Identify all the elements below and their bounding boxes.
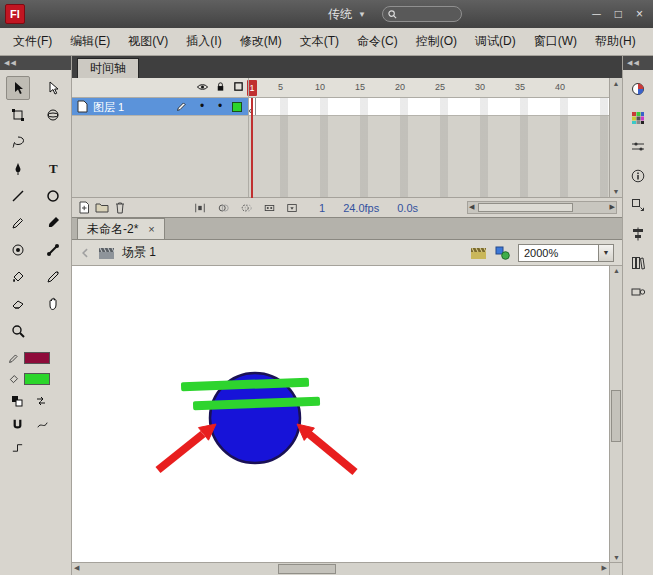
pencil-tool[interactable] — [6, 211, 30, 235]
lock-column-icon[interactable] — [212, 81, 228, 95]
transform-panel-button[interactable] — [627, 195, 649, 215]
eyedropper-tool[interactable] — [41, 265, 65, 289]
delete-layer-button[interactable] — [111, 200, 129, 216]
tools-collapse-bar[interactable]: ◀◀ — [0, 56, 71, 70]
scroll-down-icon[interactable]: ▼ — [613, 188, 620, 195]
edit-multiple-frames-button[interactable] — [260, 200, 278, 216]
search-box[interactable] — [382, 6, 462, 22]
layer-frames[interactable] — [248, 98, 609, 115]
scroll-left-icon[interactable]: ◀ — [469, 203, 474, 211]
scroll-up-icon[interactable]: ▲ — [613, 267, 620, 274]
menu-modify[interactable]: 修改(M) — [231, 28, 291, 55]
zoom-tool[interactable] — [6, 319, 30, 343]
layer-lock-dot[interactable]: • — [212, 99, 228, 113]
scroll-right-icon[interactable]: ▶ — [602, 564, 607, 572]
menu-debug[interactable]: 调试(D) — [466, 28, 525, 55]
deco-tool[interactable] — [6, 238, 30, 262]
timeline-scroll-thumb[interactable] — [478, 203, 573, 212]
menu-view[interactable]: 视图(V) — [119, 28, 177, 55]
info-panel-button[interactable] — [627, 166, 649, 186]
layer-visible-dot[interactable]: • — [194, 99, 210, 113]
straighten-icon[interactable] — [11, 441, 24, 454]
timeline-vertical-scrollbar[interactable]: ▲ ▼ — [609, 78, 622, 197]
fill-color-control[interactable] — [8, 371, 71, 387]
pen-tool[interactable] — [6, 157, 30, 181]
new-layer-button[interactable] — [75, 200, 93, 216]
selection-tool[interactable] — [6, 76, 30, 100]
workspace-switcher[interactable]: 传统 ▼ — [328, 6, 366, 23]
smooth-curve-icon[interactable] — [36, 418, 49, 431]
brush-tool[interactable] — [41, 211, 65, 235]
layer-name[interactable]: 图层 1 — [93, 100, 124, 115]
stroke-color-swatch[interactable] — [24, 352, 50, 364]
scroll-right-icon[interactable]: ▶ — [610, 203, 615, 211]
onion-skin-outlines-button[interactable] — [237, 200, 255, 216]
lasso-tool[interactable] — [6, 130, 30, 154]
default-colors-icon[interactable] — [11, 395, 23, 407]
line-tool[interactable] — [6, 184, 30, 208]
stage-horizontal-scrollbar[interactable]: ◀ ▶ — [72, 562, 609, 575]
menu-help[interactable]: 帮助(H) — [586, 28, 645, 55]
panels-collapse-bar[interactable]: ◀◀ — [623, 56, 653, 70]
properties-panel-button[interactable] — [627, 137, 649, 157]
back-arrow-icon[interactable] — [80, 247, 91, 259]
menu-insert[interactable]: 插入(I) — [177, 28, 230, 55]
scroll-left-icon[interactable]: ◀ — [74, 564, 79, 572]
components-panel-button[interactable] — [627, 282, 649, 302]
scene-label[interactable]: 场景 1 — [122, 244, 156, 261]
swap-colors-icon[interactable] — [35, 395, 47, 407]
layer-outline-swatch[interactable] — [232, 102, 242, 112]
rotation-3d-tool[interactable] — [41, 103, 65, 127]
new-folder-button[interactable] — [93, 200, 111, 216]
subselection-tool[interactable] — [41, 76, 65, 100]
outline-column-icon[interactable] — [230, 81, 246, 95]
onion-skin-button[interactable] — [214, 200, 232, 216]
edit-symbols-button[interactable] — [495, 246, 510, 260]
scroll-up-icon[interactable]: ▲ — [613, 80, 620, 87]
menu-window[interactable]: 窗口(W) — [525, 28, 586, 55]
fill-color-swatch[interactable] — [24, 373, 50, 385]
color-panel-button[interactable] — [627, 79, 649, 99]
modify-markers-button[interactable] — [283, 200, 301, 216]
edit-scene-button[interactable] — [470, 246, 487, 260]
close-button[interactable]: × — [636, 7, 643, 21]
stage-canvas[interactable] — [72, 266, 609, 562]
minimize-button[interactable]: ─ — [592, 7, 601, 21]
stage-arrow-right[interactable] — [297, 424, 355, 472]
center-frame-button[interactable] — [191, 200, 209, 216]
snap-magnet-icon[interactable] — [11, 418, 24, 431]
oval-tool[interactable] — [41, 184, 65, 208]
document-tab[interactable]: 未命名-2* × — [77, 218, 165, 239]
zoom-value[interactable]: 2000% — [519, 245, 598, 261]
stage-vertical-scrollbar[interactable]: ▲ ▼ — [609, 266, 622, 562]
zoom-dropdown[interactable]: 2000% ▼ — [518, 244, 614, 262]
paint-bucket-tool[interactable] — [6, 265, 30, 289]
stage-vscroll-thumb[interactable] — [611, 390, 621, 442]
menu-commands[interactable]: 命令(C) — [348, 28, 407, 55]
document-close-icon[interactable]: × — [148, 223, 154, 235]
eraser-tool[interactable] — [6, 292, 30, 316]
menu-file[interactable]: 文件(F) — [4, 28, 61, 55]
stage-hscroll-thumb[interactable] — [278, 564, 336, 574]
frame-rate-value[interactable]: 24.0fps — [343, 202, 379, 214]
timeline-header[interactable]: 5 10 15 20 25 30 35 40 1 — [72, 78, 609, 98]
menu-edit[interactable]: 编辑(E) — [61, 28, 119, 55]
bone-tool[interactable] — [41, 238, 65, 262]
text-tool[interactable]: T — [41, 157, 65, 181]
library-panel-button[interactable] — [627, 253, 649, 273]
maximize-button[interactable]: □ — [615, 7, 622, 21]
swatches-panel-button[interactable] — [627, 108, 649, 128]
align-panel-button[interactable] — [627, 224, 649, 244]
search-input[interactable] — [400, 9, 456, 20]
zoom-dropdown-arrow-icon[interactable]: ▼ — [598, 245, 613, 261]
menu-control[interactable]: 控制(O) — [407, 28, 466, 55]
menu-text[interactable]: 文本(T) — [291, 28, 348, 55]
stroke-color-control[interactable] — [8, 350, 71, 366]
scroll-down-icon[interactable]: ▼ — [613, 554, 620, 561]
stage-arrow-left[interactable] — [158, 424, 216, 470]
timeline-horizontal-scrollbar[interactable]: ◀ ▶ — [467, 201, 617, 214]
free-transform-tool[interactable] — [6, 103, 30, 127]
layer-row[interactable]: 图层 1 • • — [72, 98, 609, 116]
show-hide-column-icon[interactable] — [194, 81, 210, 95]
timeline-tab[interactable]: 时间轴 — [77, 58, 139, 78]
